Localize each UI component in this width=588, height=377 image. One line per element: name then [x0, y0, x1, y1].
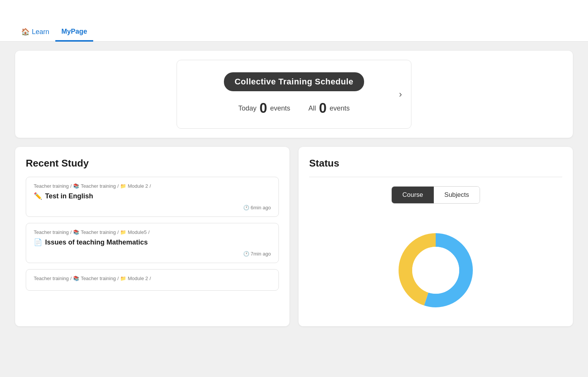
donut-chart [394, 229, 477, 312]
today-events-label: events [270, 104, 290, 112]
clock-icon: 🕐 [243, 251, 249, 257]
breadcrumb-sep3: / [148, 229, 150, 235]
top-navigation: 🏠 Learn MyPage [0, 0, 588, 42]
breadcrumb-module: Module5 [128, 229, 147, 235]
all-count: 0 [319, 100, 327, 116]
breadcrumb-course: Teacher training [34, 183, 69, 189]
all-events-label: events [330, 104, 350, 112]
study-item-name: Test in English [45, 192, 93, 200]
study-item[interactable]: Teacher training / 📚 Teacher training / … [26, 223, 279, 263]
status-divider [309, 177, 562, 177]
tab-subjects[interactable]: Subjects [434, 187, 480, 203]
today-label: Today [238, 104, 256, 112]
breadcrumb-module-group: Teacher training [81, 183, 116, 189]
breadcrumb-sep1: / [70, 276, 72, 281]
study-time-ago: 6min ago [251, 205, 271, 210]
study-time: 🕐 7min ago [34, 251, 271, 257]
breadcrumb-course: Teacher training [34, 276, 69, 281]
recent-study-card: Recent Study Teacher training / 📚 Teache… [15, 147, 289, 326]
recent-study-title: Recent Study [26, 157, 279, 169]
study-breadcrumb: Teacher training / 📚 Teacher training / … [34, 276, 271, 281]
folder-icon: 📁 [120, 229, 126, 235]
all-stat: All 0 events [308, 100, 350, 116]
nav-mypage-label: MyPage [61, 28, 87, 36]
donut-hole [412, 247, 459, 294]
study-breadcrumb: Teacher training / 📚 Teacher training / … [34, 229, 271, 235]
breadcrumb-module-group: Teacher training [81, 276, 116, 281]
breadcrumb-sep2: / [117, 229, 119, 235]
breadcrumb-sep3: / [150, 276, 151, 281]
status-title: Status [309, 157, 562, 169]
study-time-ago: 7min ago [251, 251, 271, 257]
two-col-section: Recent Study Teacher training / 📚 Teache… [15, 147, 573, 326]
book-icon: 📚 [73, 276, 79, 281]
status-card: Status Course Subjects [299, 147, 573, 326]
nav-mypage[interactable]: MyPage [55, 23, 93, 42]
folder-icon: 📁 [120, 276, 126, 281]
book-icon: 📚 [73, 183, 79, 189]
schedule-stats: Today 0 events All 0 events [238, 100, 350, 116]
book-icon: 📚 [73, 229, 79, 235]
today-stat: Today 0 events [238, 100, 290, 116]
schedule-inner: Collective Training Schedule Today 0 eve… [177, 60, 411, 129]
breadcrumb-module: Module 2 [128, 183, 148, 189]
breadcrumb-module: Module 2 [128, 276, 148, 281]
tab-course[interactable]: Course [392, 187, 434, 203]
main-content: Collective Training Schedule Today 0 eve… [0, 42, 588, 335]
clock-icon: 🕐 [243, 205, 249, 210]
today-count: 0 [260, 100, 267, 116]
home-icon: 🏠 [21, 28, 30, 36]
breadcrumb-course: Teacher training [34, 229, 69, 235]
breadcrumb-sep2: / [117, 183, 119, 189]
breadcrumb-module-group: Teacher training [81, 229, 116, 235]
pencil-icon: ✏️ [34, 192, 42, 200]
status-tabs: Course Subjects [391, 186, 480, 204]
study-name: ✏️ Test in English [34, 192, 271, 200]
breadcrumb-sep2: / [117, 276, 119, 281]
breadcrumb-sep1: / [70, 183, 72, 189]
study-item-name: Issues of teaching Mathematics [45, 238, 148, 246]
schedule-title: Collective Training Schedule [224, 72, 364, 91]
study-breadcrumb: Teacher training / 📚 Teacher training / … [34, 183, 271, 189]
all-label: All [308, 104, 316, 112]
study-item[interactable]: Teacher training / 📚 Teacher training / … [26, 177, 279, 217]
donut-chart-container [309, 225, 562, 316]
study-name: 📄 Issues of teaching Mathematics [34, 238, 271, 246]
breadcrumb-sep3: / [150, 183, 151, 189]
study-time: 🕐 6min ago [34, 205, 271, 210]
folder-icon: 📁 [120, 183, 126, 189]
schedule-card: Collective Training Schedule Today 0 eve… [15, 51, 573, 138]
breadcrumb-sep1: / [70, 229, 72, 235]
doc-icon: 📄 [34, 238, 42, 246]
nav-learn-label: Learn [32, 28, 49, 36]
schedule-arrow[interactable]: › [399, 89, 402, 100]
study-item[interactable]: Teacher training / 📚 Teacher training / … [26, 269, 279, 291]
nav-learn[interactable]: 🏠 Learn [15, 23, 55, 42]
